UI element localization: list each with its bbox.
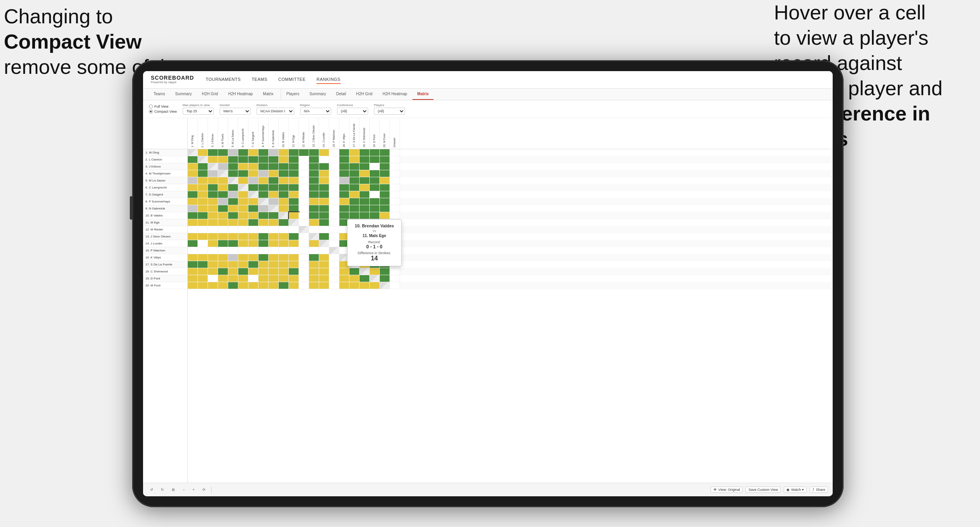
full-view-option[interactable]: Full View [149,105,177,108]
cell-5-7[interactable] [248,177,259,184]
cell-3-15[interactable] [329,163,339,170]
cell-9-11[interactable] [289,205,299,212]
cell-10-5[interactable] [228,212,238,219]
cell-18-21[interactable] [390,268,400,275]
cell-11-8[interactable] [259,219,269,226]
cell-10-14[interactable] [319,212,329,219]
cell-5-19[interactable] [370,177,380,184]
cell-7-5[interactable] [228,191,238,198]
cell-18-1[interactable] [188,268,198,275]
cell-14-8[interactable] [259,240,269,247]
cell-10-7[interactable] [248,212,259,219]
tab-detail[interactable]: Detail [332,89,351,100]
cell-9-12[interactable] [299,205,309,212]
players-select[interactable]: (All) [374,108,405,115]
cell-15-8[interactable] [259,247,269,254]
cell-1-19[interactable] [370,149,380,156]
cell-10-8[interactable] [259,212,269,219]
cell-8-19[interactable] [370,198,380,205]
cell-17-4[interactable] [218,261,228,268]
cell-8-17[interactable] [349,198,360,205]
cell-12-14[interactable] [319,226,329,233]
cell-14-6[interactable] [238,240,248,247]
cell-15-7[interactable] [248,247,259,254]
cell-1-14[interactable] [319,149,329,156]
cell-2-20[interactable] [380,156,390,163]
cell-17-1[interactable] [188,261,198,268]
cell-4-15[interactable] [329,170,339,177]
cell-12-9[interactable] [269,226,279,233]
region-select[interactable]: N/A [300,108,331,115]
cell-15-14[interactable] [319,247,329,254]
cell-11-10[interactable] [279,219,289,226]
cell-1-18[interactable] [360,149,370,156]
cell-6-7[interactable] [248,184,259,191]
cell-9-19[interactable] [370,205,380,212]
cell-10-10[interactable] [279,212,289,219]
cell-11-4[interactable] [218,219,228,226]
cell-7-12[interactable] [299,191,309,198]
nav-tournaments[interactable]: TOURNAMENTS [206,75,241,84]
cell-16-13[interactable] [309,254,319,261]
nav-rankings[interactable]: RANKINGS [316,75,340,84]
cell-8-2[interactable] [198,198,208,205]
cell-11-14[interactable] [319,219,329,226]
cell-18-9[interactable] [269,268,279,275]
cell-5-4[interactable] [218,177,228,184]
cell-4-20[interactable] [380,170,390,177]
cell-20-6[interactable] [238,282,248,289]
cell-8-1[interactable] [188,198,198,205]
cell-4-9[interactable] [269,170,279,177]
cell-15-3[interactable] [208,247,218,254]
cell-20-1[interactable] [188,282,198,289]
cell-6-2[interactable] [198,184,208,191]
cell-16-2[interactable] [198,254,208,261]
cell-8-12[interactable] [299,198,309,205]
cell-4-10[interactable] [279,170,289,177]
nav-teams[interactable]: TEAMS [252,75,267,84]
cell-6-15[interactable] [329,184,339,191]
cell-15-2[interactable] [198,247,208,254]
cell-11-6[interactable] [238,219,248,226]
cell-15-9[interactable] [269,247,279,254]
cell-8-7[interactable] [248,198,259,205]
cell-20-19[interactable] [370,282,380,289]
cell-12-5[interactable] [228,226,238,233]
cell-12-12[interactable] [299,226,309,233]
cell-14-5[interactable] [228,240,238,247]
cell-13-10[interactable] [279,233,289,240]
cell-20-3[interactable] [208,282,218,289]
cell-11-13[interactable] [309,219,319,226]
cell-6-11[interactable] [289,184,299,191]
cell-7-21[interactable] [390,191,400,198]
cell-9-1[interactable] [188,205,198,212]
cell-1-5[interactable] [228,149,238,156]
cell-8-3[interactable] [208,198,218,205]
cell-5-20[interactable] [380,177,390,184]
cell-9-7[interactable] [248,205,259,212]
cell-10-4[interactable] [218,212,228,219]
cell-2-7[interactable] [248,156,259,163]
cell-8-6[interactable] [238,198,248,205]
cell-11-11[interactable] [289,219,299,226]
cell-6-3[interactable] [208,184,218,191]
cell-7-11[interactable] [289,191,299,198]
cell-12-1[interactable] [188,226,198,233]
cell-9-10[interactable] [279,205,289,212]
cell-9-5[interactable] [228,205,238,212]
cell-15-15[interactable] [329,247,339,254]
cell-9-14[interactable] [319,205,329,212]
cell-13-7[interactable] [248,233,259,240]
zoom-fit-button[interactable]: ⊞ [169,487,177,492]
cell-17-15[interactable] [329,261,339,268]
cell-10-3[interactable] [208,212,218,219]
compact-view-option[interactable]: Compact View [149,110,177,113]
cell-18-16[interactable] [339,268,349,275]
cell-16-4[interactable] [218,254,228,261]
cell-12-2[interactable] [198,226,208,233]
tab-teams[interactable]: Teams [149,89,169,100]
cell-14-11[interactable] [289,240,299,247]
cell-8-18[interactable] [360,198,370,205]
cell-1-3[interactable] [208,149,218,156]
cell-1-2[interactable] [198,149,208,156]
